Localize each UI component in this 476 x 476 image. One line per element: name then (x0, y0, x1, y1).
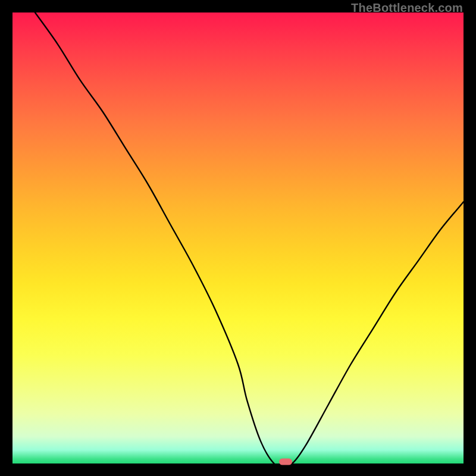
plot-area (12, 12, 464, 464)
chart-frame: TheBottleneck.com (0, 0, 476, 476)
bottleneck-curve (35, 12, 464, 464)
curve-svg (12, 12, 464, 464)
optimum-marker (279, 459, 292, 465)
